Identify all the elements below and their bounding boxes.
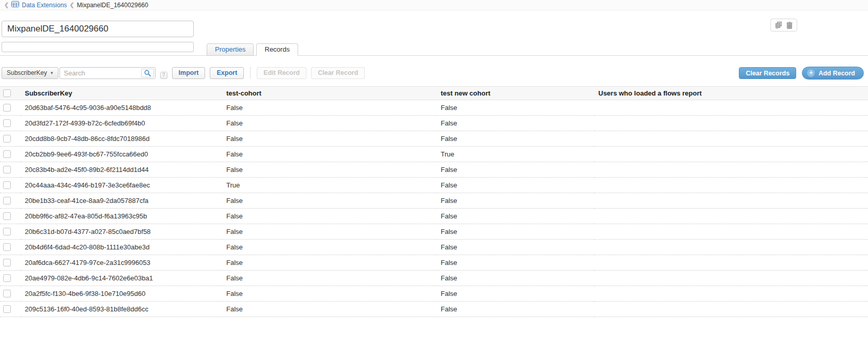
column-header-subscriber-key[interactable]: SubscriberKey (21, 87, 222, 100)
cell-test-new-cohort: False (437, 178, 594, 193)
data-extension-description-input[interactable] (2, 42, 194, 52)
cell-users-flows-report (594, 193, 868, 209)
cell-test-new-cohort: False (437, 271, 594, 286)
row-checkbox[interactable] (3, 104, 11, 112)
cell-subscriber-key: 20a2f5fc-f130-4be6-9f38-10e710e95d60 (21, 286, 222, 302)
cell-test-new-cohort: False (437, 209, 594, 224)
cell-users-flows-report (594, 131, 868, 147)
column-header-test-new-cohort[interactable]: test new cohort (437, 87, 594, 100)
cell-users-flows-report (594, 100, 868, 116)
row-checkbox[interactable] (3, 228, 11, 235)
row-checkbox[interactable] (3, 305, 11, 313)
table-header-row: SubscriberKey test-cohort test new cohor… (0, 87, 868, 100)
cell-test-new-cohort: False (437, 193, 594, 209)
table-row[interactable]: 20d63baf-5476-4c95-9036-a90e5148bdd8 Fal… (0, 100, 868, 116)
cell-test-cohort: False (222, 302, 437, 317)
table-row[interactable]: 20a2f5fc-f130-4be6-9f38-10e710e95d60 Fal… (0, 286, 868, 302)
cell-test-new-cohort: False (437, 116, 594, 131)
add-record-label: Add Record (818, 70, 855, 77)
back-chevron-icon[interactable]: ❮ (4, 2, 9, 8)
cell-test-cohort: False (222, 255, 437, 271)
row-checkbox[interactable] (3, 135, 11, 143)
cell-users-flows-report (594, 255, 868, 271)
cell-subscriber-key: 20af6dca-6627-4179-97ce-2a31c9996053 (21, 255, 222, 271)
clear-records-button[interactable]: Clear Records (739, 67, 796, 79)
row-checkbox[interactable] (3, 290, 11, 297)
cell-subscriber-key: 20cb2bb9-9ee6-493f-bc67-755fcca66ed0 (21, 147, 222, 162)
cell-test-cohort: False (222, 224, 437, 240)
cell-users-flows-report (594, 116, 868, 131)
cell-test-new-cohort: False (437, 240, 594, 255)
breadcrumb: ❮ Data Extensions ❮ MixpanelDE_164002966… (0, 0, 868, 10)
records-table: SubscriberKey test-cohort test new cohor… (0, 86, 868, 317)
cell-users-flows-report (594, 224, 868, 240)
table-row[interactable]: 20b6c31d-b07d-4377-a027-85c0aed7bf58 Fal… (0, 224, 868, 240)
add-record-button[interactable]: + Add Record (802, 67, 864, 80)
table-row[interactable]: 20cdd8b8-9cb7-48db-86cc-8fdc7018986d Fal… (0, 131, 868, 147)
select-all-checkbox[interactable] (3, 89, 11, 97)
cell-subscriber-key: 20d3fd27-172f-4939-b72c-6cfedb69f4b0 (21, 116, 222, 131)
cell-subscriber-key: 20bb9f6c-af82-47ea-805d-f6a13963c95b (21, 209, 222, 224)
cell-test-cohort: False (222, 271, 437, 286)
help-icon[interactable]: ? (160, 72, 167, 79)
cell-users-flows-report (594, 302, 868, 317)
export-button[interactable]: Export (210, 67, 244, 79)
cell-test-cohort: False (222, 240, 437, 255)
table-row[interactable]: 20c83b4b-ad2e-45f0-89b2-6f2114dd1d44 Fal… (0, 162, 868, 178)
table-row[interactable]: 20b4d6f4-6dad-4c20-808b-1111e30abe3d Fal… (0, 240, 868, 255)
row-checkbox[interactable] (3, 274, 11, 282)
cell-users-flows-report (594, 162, 868, 178)
import-button[interactable]: Import (172, 67, 206, 79)
table-row[interactable]: 20be1b33-ceaf-41ce-8aa9-2da057887cfa Fal… (0, 193, 868, 209)
chevron-down-icon: ▾ (51, 70, 53, 75)
breadcrumb-data-extensions-link[interactable]: Data Extensions (22, 2, 67, 9)
table-row[interactable]: 20d3fd27-172f-4939-b72c-6cfedb69f4b0 Fal… (0, 116, 868, 131)
row-checkbox[interactable] (3, 181, 11, 189)
cell-users-flows-report (594, 209, 868, 224)
cell-subscriber-key: 20c83b4b-ad2e-45f0-89b2-6f2114dd1d44 (21, 162, 222, 178)
breadcrumb-separator-icon: ❮ (70, 2, 74, 8)
search-input[interactable] (60, 68, 138, 78)
cell-test-cohort: False (222, 162, 437, 178)
cell-users-flows-report (594, 240, 868, 255)
row-checkbox[interactable] (3, 197, 11, 205)
cell-subscriber-key: 20ae4979-082e-4db6-9c14-7602e6e03ba1 (21, 271, 222, 286)
table-row[interactable]: 20af6dca-6627-4179-97ce-2a31c9996053 Fal… (0, 255, 868, 271)
search-box (59, 67, 156, 79)
data-extension-grid-icon (11, 1, 19, 9)
table-row[interactable]: 20ae4979-082e-4db6-9c14-7602e6e03ba1 Fal… (0, 271, 868, 286)
search-icon (144, 70, 151, 76)
column-header-users-flows-report[interactable]: Users who loaded a flows report (594, 87, 868, 100)
cell-test-new-cohort: True (437, 147, 594, 162)
table-row[interactable]: 20cb2bb9-9ee6-493f-bc67-755fcca66ed0 Fal… (0, 147, 868, 162)
table-row[interactable]: 20c44aaa-434c-4946-b197-3e3ce6fae8ec Tru… (0, 178, 868, 193)
search-button[interactable] (141, 69, 154, 77)
cell-test-new-cohort: False (437, 162, 594, 178)
cell-test-cohort: False (222, 100, 437, 116)
tab-bar: Properties Records (207, 43, 298, 56)
edit-record-button[interactable]: Edit Record (257, 67, 306, 79)
cell-users-flows-report (594, 178, 868, 193)
row-checkbox[interactable] (3, 119, 11, 127)
records-toolbar-right: Clear Records + Add Record (739, 67, 864, 80)
column-header-test-cohort[interactable]: test-cohort (222, 87, 437, 100)
tab-properties[interactable]: Properties (207, 43, 254, 56)
row-checkbox[interactable] (3, 166, 11, 174)
copy-icon[interactable] (775, 22, 782, 29)
row-checkbox[interactable] (3, 243, 11, 251)
cell-test-new-cohort: False (437, 286, 594, 302)
table-row[interactable]: 209c5136-16f0-40ed-8593-81b8fe8dd6cc Fal… (0, 302, 868, 317)
cell-test-cohort: True (222, 178, 437, 193)
row-checkbox[interactable] (3, 150, 11, 158)
data-extension-name-input[interactable] (2, 21, 194, 37)
tab-records[interactable]: Records (256, 43, 298, 56)
clear-record-button[interactable]: Clear Record (311, 67, 365, 79)
cell-test-new-cohort: False (437, 131, 594, 147)
table-row[interactable]: 20bb9f6c-af82-47ea-805d-f6a13963c95b Fal… (0, 209, 868, 224)
records-table-body: 20d63baf-5476-4c95-9036-a90e5148bdd8 Fal… (0, 100, 868, 317)
search-field-dropdown[interactable]: SubscriberKey ▾ (2, 67, 58, 79)
trash-icon[interactable] (786, 22, 793, 29)
row-checkbox[interactable] (3, 212, 11, 220)
toolbar-separator (250, 67, 251, 78)
row-checkbox[interactable] (3, 259, 11, 266)
